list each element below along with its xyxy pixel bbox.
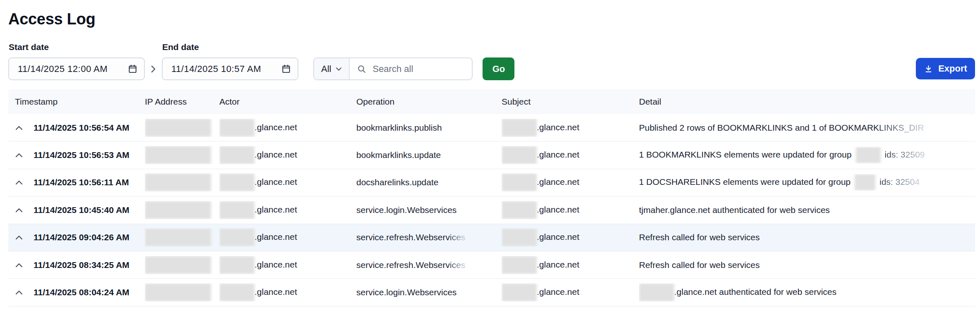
column-header-detail: Detail xyxy=(639,97,975,107)
search-input[interactable] xyxy=(372,63,465,75)
chevron-up-icon[interactable] xyxy=(15,234,23,240)
cell-subject: .glance.net xyxy=(502,173,639,191)
cell-text: LINKS_DIR xyxy=(879,123,924,132)
cell-ip-address xyxy=(145,119,219,137)
cell-subject: .glance.net xyxy=(502,119,639,137)
export-button[interactable]: Export xyxy=(916,58,975,79)
cell-operation: service.refresh.Webservices xyxy=(356,232,502,242)
cell-timestamp: 11/14/2025 10:45:40 AM xyxy=(15,205,145,215)
table-row[interactable]: 11/14/2025 10:56:54 AM.glance.netbookmar… xyxy=(8,114,975,141)
cell-timestamp: 11/14/2025 10:56:53 AM xyxy=(15,150,145,160)
cell-text: 1 DOCSHARELINKS elements were updated fo… xyxy=(639,177,850,187)
cell-text: .glance.net xyxy=(537,122,579,132)
cell-subject: .glance.net xyxy=(502,283,639,301)
cell-text: .glance.net xyxy=(537,150,579,159)
cell-operation: service.refresh.Webservices xyxy=(356,260,502,270)
column-header-timestamp: Timestamp xyxy=(15,97,145,107)
cell-detail: Refresh called for web services xyxy=(639,260,975,270)
redacted-value xyxy=(639,283,674,301)
timestamp-text: 11/14/2025 10:45:40 AM xyxy=(34,205,130,215)
cell-operation: service.login.Webservices xyxy=(356,205,502,215)
cell-actor: .glance.net xyxy=(219,201,356,219)
cell-actor: .glance.net xyxy=(219,228,356,246)
cell-text: .glance.net xyxy=(537,177,579,187)
cell-detail: 1 BOOKMARKLINKS elements were updated fo… xyxy=(639,147,975,163)
start-date-value[interactable] xyxy=(17,63,128,75)
go-button[interactable]: Go xyxy=(483,57,514,80)
cell-text: docsharelinks.update xyxy=(356,177,438,187)
cell-text: Refresh called for web services xyxy=(639,260,760,270)
redacted-value xyxy=(219,283,255,301)
calendar-icon[interactable] xyxy=(128,64,137,74)
cell-text: .glance.net xyxy=(255,287,297,297)
redacted-value xyxy=(502,146,537,164)
start-date-input[interactable] xyxy=(8,57,145,80)
cell-detail: 1 DOCSHARELINKS elements were updated fo… xyxy=(639,174,975,191)
cell-text: .glance.net xyxy=(255,259,297,269)
table-row[interactable]: 11/14/2025 10:56:11 AM.glance.netdocshar… xyxy=(8,169,975,196)
cell-text: .glance.net xyxy=(537,232,579,242)
chevron-up-icon[interactable] xyxy=(15,179,23,185)
redacted-value xyxy=(502,228,537,246)
cell-text: bookmarklinks.update xyxy=(356,150,441,160)
timestamp-text: 11/14/2025 10:56:11 AM xyxy=(34,177,129,187)
cell-text: .glance.net xyxy=(255,232,297,242)
cell-text: service.login.Webservices xyxy=(356,205,456,215)
cell-text: Published 2 rows of BOOKMARKLINKS and 1 … xyxy=(639,123,879,132)
table-row[interactable]: 11/14/2025 10:45:40 AM.glance.netservice… xyxy=(8,196,975,224)
chevron-up-icon[interactable] xyxy=(15,289,23,295)
redacted-value xyxy=(502,283,537,301)
cell-ip-address xyxy=(145,201,219,219)
cell-ip-address xyxy=(145,173,219,191)
redacted-value xyxy=(855,174,875,191)
redacted-value xyxy=(502,173,537,191)
chevron-up-icon[interactable] xyxy=(15,125,23,131)
timestamp-text: 11/14/2025 10:56:54 AM xyxy=(34,123,130,133)
column-header-actor: Actor xyxy=(219,97,356,107)
end-date-value[interactable] xyxy=(171,63,281,75)
redacted-value xyxy=(145,173,211,191)
chevron-up-icon[interactable] xyxy=(15,262,23,268)
cell-ip-address xyxy=(145,228,219,246)
cell-detail: Published 2 rows of BOOKMARKLINKS and 1 … xyxy=(639,123,975,133)
cell-text: bookmarklinks.publish xyxy=(356,123,442,132)
cell-operation: service.login.Webservices xyxy=(356,287,502,297)
cell-actor: .glance.net xyxy=(219,173,356,191)
table-row[interactable]: 11/14/2025 09:04:26 AM.glance.netservice… xyxy=(8,224,975,251)
cell-text: tjmaher.glance.net authenticated for web… xyxy=(639,205,830,215)
search-scope-value: All xyxy=(321,64,331,74)
chevron-up-icon[interactable] xyxy=(15,152,23,158)
cell-timestamp: 11/14/2025 08:34:25 AM xyxy=(15,260,145,270)
cell-timestamp: 11/14/2025 10:56:54 AM xyxy=(15,123,145,133)
end-date-field: End date xyxy=(162,42,298,80)
table-header: Timestamp IP Address Actor Operation Sub… xyxy=(8,89,975,114)
access-log-table: Timestamp IP Address Actor Operation Sub… xyxy=(8,89,975,306)
cell-actor: .glance.net xyxy=(219,256,356,274)
cell-actor: .glance.net xyxy=(219,283,356,301)
redacted-value xyxy=(145,119,211,137)
table-row[interactable]: 11/14/2025 10:56:53 AM.glance.netbookmar… xyxy=(8,141,975,169)
redacted-value xyxy=(219,146,255,164)
table-row[interactable]: 11/14/2025 08:34:25 AM.glance.netservice… xyxy=(8,251,975,279)
cell-text: .glance.net authenticated for web servic… xyxy=(674,287,836,297)
cell-actor: .glance.net xyxy=(219,119,356,137)
start-date-label: Start date xyxy=(9,42,145,52)
redacted-value xyxy=(219,119,255,137)
cell-text: service.refresh.Webserv xyxy=(356,260,450,270)
calendar-icon[interactable] xyxy=(281,64,291,74)
chevron-right-icon xyxy=(150,64,156,74)
chevron-down-icon xyxy=(336,67,342,71)
redacted-value xyxy=(145,146,211,164)
redacted-value xyxy=(145,283,211,301)
search-scope-select[interactable]: All xyxy=(314,58,350,79)
cell-text: service.refresh.Webserv xyxy=(356,232,450,242)
cell-subject: .glance.net xyxy=(502,256,639,274)
cell-timestamp: 11/14/2025 08:04:24 AM xyxy=(15,287,145,297)
cell-text: .glance.net xyxy=(255,150,297,159)
redacted-value xyxy=(502,119,537,137)
chevron-up-icon[interactable] xyxy=(15,207,23,213)
end-date-input[interactable] xyxy=(162,57,298,80)
redacted-value xyxy=(219,228,255,246)
cell-ip-address xyxy=(145,256,219,274)
table-row[interactable]: 11/14/2025 08:04:24 AM.glance.netservice… xyxy=(8,279,975,306)
